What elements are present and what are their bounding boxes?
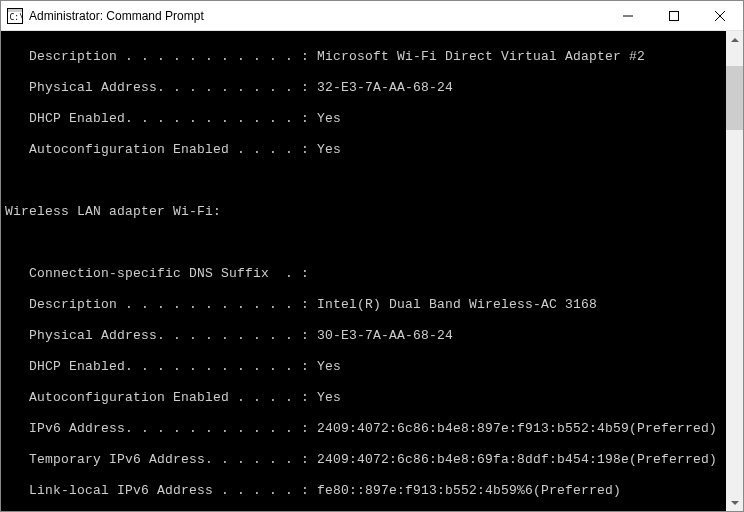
- cmd-icon: C:\: [7, 8, 23, 24]
- minimize-icon: [623, 11, 633, 21]
- adapter1-dhcp-row: DHCP Enabled. . . . . . . . . . . : Yes: [5, 111, 722, 127]
- label: Physical Address. . . . . . . . . :: [5, 80, 317, 95]
- value: Yes: [317, 390, 341, 405]
- label: Autoconfiguration Enabled . . . . :: [5, 390, 317, 405]
- value: Yes: [317, 359, 341, 374]
- window-controls: [605, 1, 743, 30]
- blank-line: [5, 173, 722, 189]
- scrollbar-thumb[interactable]: [726, 66, 743, 130]
- value: Yes: [317, 142, 341, 157]
- wifi-dhcp-row: DHCP Enabled. . . . . . . . . . . : Yes: [5, 359, 722, 375]
- command-prompt-window: C:\ Administrator: Command Prompt Descri…: [0, 0, 744, 512]
- label: Autoconfiguration Enabled . . . . :: [5, 142, 317, 157]
- label: DHCP Enabled. . . . . . . . . . . :: [5, 111, 317, 126]
- svg-text:C:\: C:\: [10, 13, 24, 22]
- scroll-down-button[interactable]: [726, 494, 743, 511]
- label: Connection-specific DNS Suffix . :: [5, 266, 317, 281]
- label: Temporary IPv6 Address. . . . . . :: [5, 452, 317, 467]
- scroll-up-button[interactable]: [726, 31, 743, 48]
- adapter1-physaddr-row: Physical Address. . . . . . . . . : 32-E…: [5, 80, 722, 96]
- blank-line: [5, 235, 722, 251]
- vertical-scrollbar[interactable]: [726, 31, 743, 511]
- scrollbar-track[interactable]: [726, 48, 743, 494]
- wifi-tempipv6-row: Temporary IPv6 Address. . . . . . : 2409…: [5, 452, 722, 468]
- svg-rect-5: [670, 11, 679, 20]
- wifi-autoconfig-row: Autoconfiguration Enabled . . . . : Yes: [5, 390, 722, 406]
- adapter1-autoconfig-row: Autoconfiguration Enabled . . . . : Yes: [5, 142, 722, 158]
- wifi-suffix-row: Connection-specific DNS Suffix . :: [5, 266, 722, 282]
- terminal-output[interactable]: Description . . . . . . . . . . . : Micr…: [1, 31, 726, 511]
- titlebar[interactable]: C:\ Administrator: Command Prompt: [1, 1, 743, 31]
- adapter1-description-row: Description . . . . . . . . . . . : Micr…: [5, 49, 722, 65]
- maximize-icon: [669, 11, 679, 21]
- minimize-button[interactable]: [605, 1, 651, 30]
- svg-rect-2: [8, 9, 22, 12]
- wifi-description-row: Description . . . . . . . . . . . : Inte…: [5, 297, 722, 313]
- svg-marker-8: [731, 38, 739, 42]
- terminal-area: Description . . . . . . . . . . . : Micr…: [1, 31, 743, 511]
- close-icon: [715, 11, 725, 21]
- label: DHCP Enabled. . . . . . . . . . . :: [5, 359, 317, 374]
- close-button[interactable]: [697, 1, 743, 30]
- maximize-button[interactable]: [651, 1, 697, 30]
- wifi-linklocal-row: Link-local IPv6 Address . . . . . : fe80…: [5, 483, 722, 499]
- value: fe80::897e:f913:b552:4b59%6(Preferred): [317, 483, 621, 498]
- value: 2409:4072:6c86:b4e8:897e:f913:b552:4b59(…: [317, 421, 717, 436]
- wifi-physaddr-row: Physical Address. . . . . . . . . : 30-E…: [5, 328, 722, 344]
- wifi-adapter-header: Wireless LAN adapter Wi-Fi:: [5, 204, 722, 220]
- label: Physical Address. . . . . . . . . :: [5, 328, 317, 343]
- value: Intel(R) Dual Band Wireless-AC 3168: [317, 297, 597, 312]
- svg-marker-9: [731, 501, 739, 505]
- value: Microsoft Wi-Fi Direct Virtual Adapter #…: [317, 49, 645, 64]
- value: Yes: [317, 111, 341, 126]
- label: Link-local IPv6 Address . . . . . :: [5, 483, 317, 498]
- value: 32-E3-7A-AA-68-24: [317, 80, 453, 95]
- wifi-ipv6-row: IPv6 Address. . . . . . . . . . . : 2409…: [5, 421, 722, 437]
- chevron-up-icon: [731, 38, 739, 42]
- value: 2409:4072:6c86:b4e8:69fa:8ddf:b454:198e(…: [317, 452, 717, 467]
- label: IPv6 Address. . . . . . . . . . . :: [5, 421, 317, 436]
- label: Description . . . . . . . . . . . :: [5, 297, 317, 312]
- label: Description . . . . . . . . . . . :: [5, 49, 317, 64]
- value: 30-E3-7A-AA-68-24: [317, 328, 453, 343]
- window-title: Administrator: Command Prompt: [29, 9, 204, 23]
- chevron-down-icon: [731, 501, 739, 505]
